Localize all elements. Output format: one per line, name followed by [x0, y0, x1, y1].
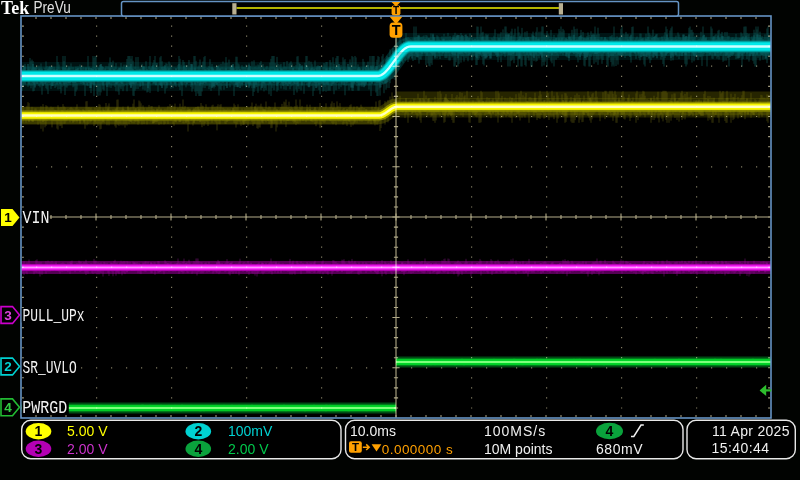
- svg-text:1: 1: [35, 423, 43, 439]
- svg-text:11 Apr 2025: 11 Apr 2025: [712, 423, 790, 439]
- svg-text:2: 2: [4, 359, 12, 374]
- svg-text:3: 3: [35, 441, 43, 457]
- svg-text:Tek: Tek: [1, 0, 29, 18]
- svg-text:VIN: VIN: [23, 208, 50, 229]
- svg-text:3: 3: [4, 308, 12, 323]
- svg-text:PWRGD: PWRGD: [22, 398, 67, 419]
- svg-text:T: T: [352, 441, 359, 453]
- svg-text:2.00 V: 2.00 V: [228, 441, 269, 457]
- svg-text:100mV: 100mV: [228, 423, 273, 439]
- svg-text:5.00 V: 5.00 V: [67, 423, 108, 439]
- svg-text:4: 4: [606, 423, 614, 439]
- svg-text:PreVu: PreVu: [34, 0, 71, 16]
- svg-text:T: T: [392, 22, 401, 38]
- svg-text:15:40:44: 15:40:44: [712, 440, 770, 456]
- svg-text:0.000000 s: 0.000000 s: [382, 442, 453, 457]
- svg-text:4: 4: [194, 441, 202, 457]
- svg-text:10.0ms: 10.0ms: [350, 423, 396, 439]
- svg-text:680mV: 680mV: [596, 441, 643, 457]
- svg-text:2.00 V: 2.00 V: [67, 441, 108, 457]
- svg-text:2: 2: [194, 423, 202, 439]
- svg-text:PULL_UPx: PULL_UPx: [23, 306, 85, 327]
- svg-text:100MS/s: 100MS/s: [484, 423, 546, 439]
- svg-text:SR_UVLO: SR_UVLO: [23, 358, 77, 379]
- svg-text:1: 1: [4, 210, 12, 225]
- svg-text:T: T: [393, 5, 399, 16]
- svg-text:10M points: 10M points: [484, 441, 552, 457]
- svg-text:4: 4: [4, 400, 12, 415]
